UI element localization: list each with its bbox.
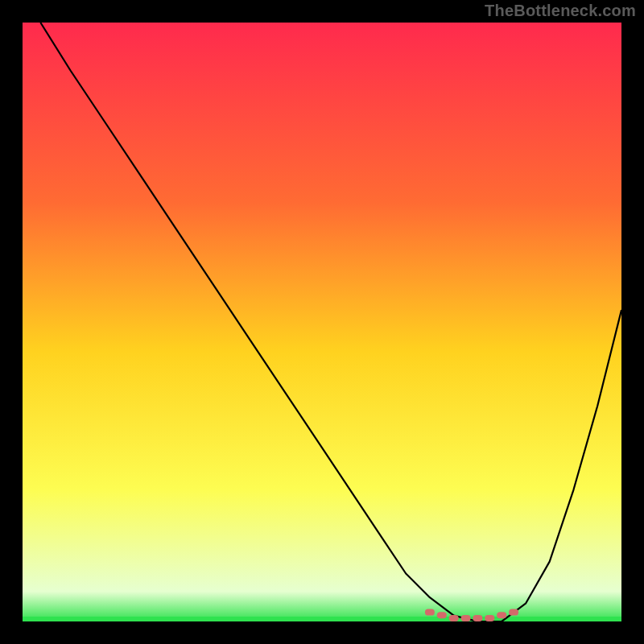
optimal-marker [449,615,459,621]
gradient-background [23,23,621,621]
optimal-marker [425,609,435,616]
optimal-marker [461,615,471,621]
watermark-text: TheBottleneck.com [485,2,636,20]
optimal-marker [437,612,447,618]
chart-frame: TheBottleneck.com [0,0,644,644]
optimal-marker [473,615,482,621]
optimal-marker [485,615,494,621]
plot-area [23,23,621,621]
optimal-marker [497,612,506,618]
baseline-strip [23,617,621,621]
chart-svg [23,23,621,621]
optimal-marker [509,609,518,616]
